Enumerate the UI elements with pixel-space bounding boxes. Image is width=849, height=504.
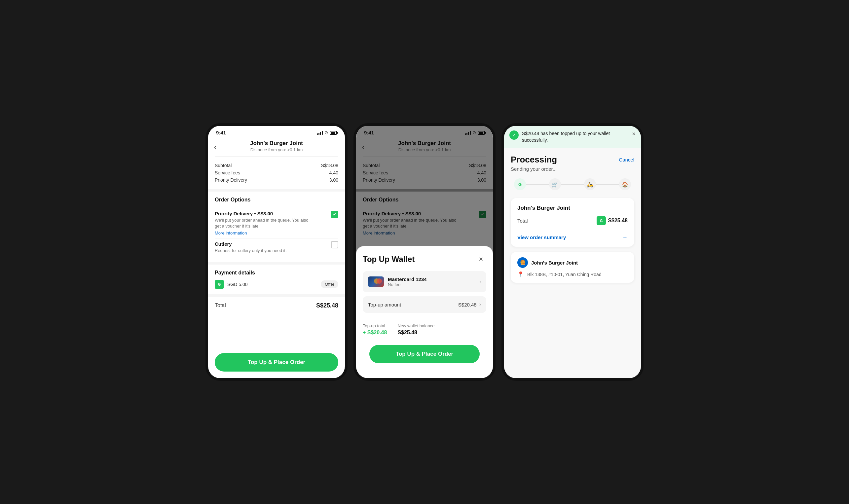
payment-row-1: G SGD 5.00 Offer — [215, 280, 338, 289]
priority-delivery-amount-1: 3.00 — [329, 177, 338, 183]
status-bar-1: 9:41 ⊙ — [208, 126, 345, 138]
payment-section-1: Payment details G SGD 5.00 Offer — [208, 265, 345, 294]
restaurant-icon: 🍔 — [517, 257, 528, 268]
success-text: S$20.48 has been topped up to your walle… — [522, 130, 629, 143]
topup-summary: Top-up total + S$20.48 New wallet balanc… — [363, 319, 486, 342]
new-balance-value: S$25.48 — [397, 330, 434, 336]
mastercard-icon — [368, 276, 384, 287]
order-total-value: G S$25.48 — [597, 216, 628, 225]
topup-total-item: Top-up total + S$20.48 — [363, 323, 387, 336]
priority-checkbox-1[interactable] — [331, 211, 338, 218]
battery-icon-1 — [330, 131, 337, 135]
subtotal-amount-1: S$18.08 — [321, 163, 338, 168]
topup-amount-value: S$20.48 — [458, 302, 477, 307]
order-options-title-1: Order Options — [215, 197, 338, 203]
progress-line-3 — [596, 184, 619, 185]
total-section-1: Total S$25.48 — [208, 297, 345, 314]
restaurant-address-row: 📍 Blk 138B, #10-01, Yuan Ching Road — [517, 271, 628, 277]
priority-title-1: Priority Delivery • S$3.00 — [215, 211, 310, 216]
priority-delivery-label-1: Priority Delivery — [215, 177, 247, 183]
sending-text: Sending your order... — [511, 166, 634, 172]
restaurant-name-row: 🍔 John's Burger Joint — [517, 257, 628, 268]
subtotal-label-1: Subtotal — [215, 163, 232, 168]
topup-val-row: S$20.48 › — [458, 302, 481, 307]
restaurant-title-1: John's Burger Joint — [215, 140, 338, 147]
restaurant-address: Blk 138B, #10-01, Yuan Ching Road — [527, 272, 601, 277]
order-total-row: Total G S$25.48 — [517, 216, 628, 225]
progress-icon-cart: 🛒 — [549, 178, 561, 190]
topup-chevron: › — [479, 302, 481, 307]
location-pin-icon: 📍 — [517, 271, 524, 277]
card-chevron: › — [479, 279, 481, 285]
processing-row: Processing Cancel — [511, 155, 634, 165]
modal-close-button[interactable]: × — [476, 254, 486, 265]
phone-1: 9:41 ⊙ ‹ John's Burger Joint Distance fr… — [205, 123, 347, 381]
topup-total-value: + S$20.48 — [363, 330, 387, 336]
order-total-label: Total — [517, 218, 528, 223]
modal-title: Top Up Wallet — [363, 255, 415, 264]
order-content-1: Subtotal S$18.08 Service fees 4.40 Prior… — [208, 157, 345, 350]
offer-tag-1[interactable]: Offer — [321, 281, 338, 288]
progress-line-2 — [561, 184, 584, 185]
progress-icon-grabpay: G — [514, 178, 526, 190]
priority-delivery-option-1[interactable]: Priority Delivery • S$3.00 We'll put you… — [215, 208, 338, 238]
processing-title: Processing — [511, 155, 557, 165]
progress-icon-delivery: 🛵 — [584, 178, 596, 190]
success-check-icon: ✓ — [509, 130, 519, 140]
progress-tracker: G 🛒 🛵 🏠 — [511, 178, 634, 190]
total-label-1: Total — [215, 303, 226, 308]
topup-amount-label: Top-up amount — [368, 302, 401, 307]
phone-2: 9:41 ⊙ ‹ John's Burger Joint Distance fr… — [354, 123, 495, 381]
phone1-screen: 9:41 ⊙ ‹ John's Burger Joint Distance fr… — [208, 126, 345, 378]
topup-place-order-button-1[interactable]: Top Up & Place Order — [215, 353, 338, 372]
topup-place-order-button-2[interactable]: Top Up & Place Order — [369, 345, 480, 363]
cutlery-desc-1: Request for cutlery only if you need it. — [215, 248, 287, 254]
topup-wallet-modal: Top Up Wallet × Mastercard 1234 No fee ›… — [356, 246, 493, 378]
card-fee: No fee — [388, 282, 475, 287]
view-order-summary-link[interactable]: View order summary — [517, 234, 566, 240]
new-balance-label: New wallet balance — [397, 323, 434, 328]
priority-desc-1: We'll put your order ahead in the queue.… — [215, 217, 310, 229]
cutlery-checkbox-1[interactable] — [331, 241, 338, 248]
more-info-link-1[interactable]: More information — [215, 231, 310, 235]
cutlery-option-1[interactable]: Cutlery Request for cutlery only if you … — [215, 238, 338, 256]
view-summary-row: View order summary → — [517, 230, 628, 240]
payment-amount-1: SGD 5.00 — [227, 282, 318, 287]
card-details: Mastercard 1234 No fee — [388, 276, 475, 287]
pricing-section-1: Subtotal S$18.08 Service fees 4.40 Prior… — [208, 157, 345, 189]
progress-line-1 — [526, 184, 549, 185]
total-amount-1: S$25.48 — [316, 302, 338, 309]
order-card: John's Burger Joint Total G S$25.48 View… — [511, 198, 634, 247]
payment-title-1: Payment details — [215, 270, 338, 276]
back-button-1[interactable]: ‹ — [214, 143, 216, 150]
restaurant-card: 🍔 John's Burger Joint 📍 Blk 138B, #10-01… — [511, 252, 634, 283]
new-balance-item: New wallet balance S$25.48 — [397, 323, 434, 336]
service-fees-label-1: Service fees — [215, 170, 240, 175]
topup-total-label: Top-up total — [363, 323, 387, 328]
view-summary-arrow: → — [622, 234, 628, 240]
mastercard-row[interactable]: Mastercard 1234 No fee › — [363, 271, 486, 292]
topup-amount-row[interactable]: Top-up amount S$20.48 › — [363, 296, 486, 313]
processing-section: Processing Cancel Sending your order... … — [504, 148, 641, 198]
header-1: ‹ John's Burger Joint Distance from you:… — [208, 138, 345, 156]
banner-close-button[interactable]: × — [632, 130, 636, 138]
modal-header: Top Up Wallet × — [363, 254, 486, 265]
grabpay-badge-3: G — [597, 216, 606, 225]
status-icons-1: ⊙ — [317, 130, 337, 135]
status-time-1: 9:41 — [216, 130, 226, 136]
order-options-1: Order Options Priority Delivery • S$3.00… — [208, 192, 345, 262]
phone-3: ✓ S$20.48 has been topped up to your wal… — [502, 123, 644, 381]
progress-icon-home: 🏠 — [619, 178, 631, 190]
cancel-button[interactable]: Cancel — [619, 157, 634, 162]
priority-delivery-row-1: Priority Delivery 3.00 — [215, 176, 338, 184]
wifi-icon-1: ⊙ — [324, 130, 328, 135]
order-card-restaurant: John's Burger Joint — [517, 205, 628, 211]
service-fees-amount-1: 4.40 — [329, 170, 338, 175]
subtotal-row-1: Subtotal S$18.08 — [215, 162, 338, 169]
success-banner: ✓ S$20.48 has been topped up to your wal… — [504, 126, 641, 148]
restaurant-name: John's Burger Joint — [531, 260, 578, 266]
cutlery-title-1: Cutlery — [215, 241, 287, 247]
service-fees-row-1: Service fees 4.40 — [215, 169, 338, 176]
restaurant-distance-1: Distance from you: >0.1 km — [215, 147, 338, 152]
order-total-amount: S$25.48 — [608, 218, 628, 223]
